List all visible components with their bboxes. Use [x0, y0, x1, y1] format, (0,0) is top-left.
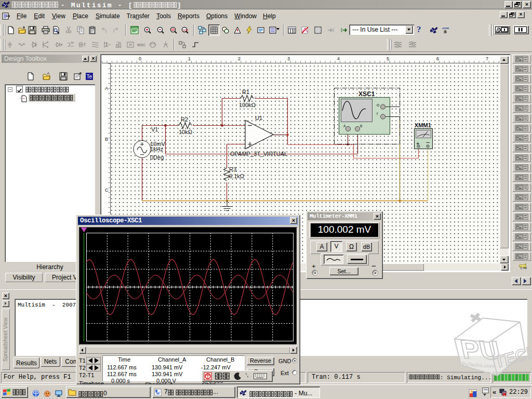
svg-text:100: 100 [183, 29, 189, 32]
svg-text:XSC1: XSC1 [358, 90, 375, 98]
svg-text:10kΩ: 10kΩ [179, 129, 192, 135]
svg-text:OPAMP_3T_VIRTUAL: OPAMP_3T_VIRTUAL [230, 151, 287, 157]
svg-text:B: B [360, 124, 362, 128]
svg-text:Te: Te [87, 74, 92, 79]
svg-text:A: A [343, 124, 346, 128]
svg-text:U1: U1 [255, 115, 262, 121]
svg-text:1kHz: 1kHz [150, 146, 163, 152]
svg-text:W: W [156, 391, 161, 396]
svg-text:R3: R3 [229, 166, 236, 172]
svg-text:1.4v: 1.4v [520, 266, 527, 270]
svg-text:100kΩ: 100kΩ [239, 102, 256, 108]
svg-text:.com: .com [442, 26, 449, 30]
svg-text:R1: R1 [242, 89, 249, 95]
svg-text:9.1kΩ: 9.1kΩ [229, 173, 244, 179]
svg-text:V1: V1 [151, 126, 158, 132]
svg-text:XMM1: XMM1 [415, 122, 431, 128]
svg-text:0Deg: 0Deg [150, 154, 164, 161]
svg-text:MISC: MISC [137, 43, 145, 47]
svg-text:R2: R2 [181, 116, 188, 123]
svg-text:T: T [376, 112, 378, 116]
